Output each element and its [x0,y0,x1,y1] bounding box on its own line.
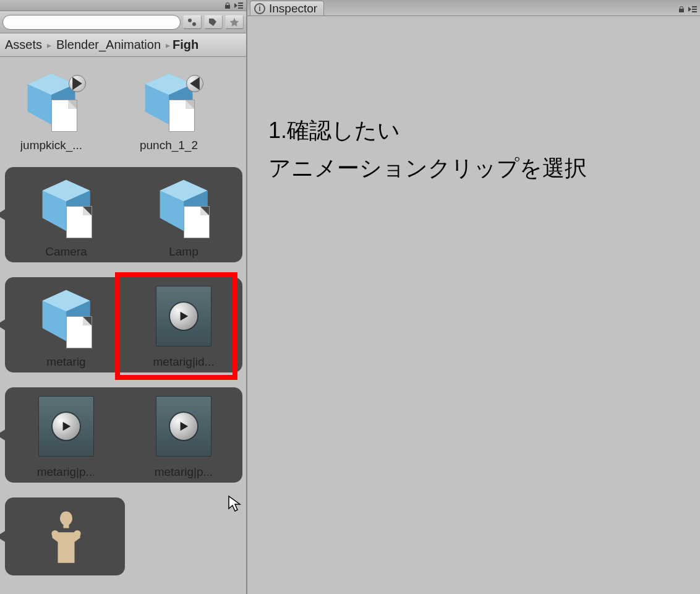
page-icon [51,100,77,132]
animation-clip-icon [156,286,211,346]
svg-point-23 [74,530,80,537]
breadcrumb-sep: ▸ [163,40,173,50]
asset-label: Camera [45,245,87,259]
svg-rect-21 [64,524,69,528]
type-filter-icon [187,17,198,27]
asset-group-capsule: metarig|p... metarig|p... [5,387,242,483]
asset-label: punch_1_2 [140,139,198,152]
inspector-header: i Inspector [247,0,700,16]
asset-jumpkick[interactable]: jumpkick_... [5,66,98,152]
info-icon: i [254,3,265,14]
breadcrumb-assets[interactable]: Assets [2,38,45,52]
lock-icon[interactable] [224,2,231,9]
asset-group-capsule [5,497,125,575]
asset-metarig-p-clip-1[interactable]: metarig|p... [20,392,113,479]
breadcrumb-folder[interactable]: Blender_Animation [54,38,163,52]
asset-metarig-idle-clip[interactable]: metarig|id... [137,282,230,369]
project-panel: Assets ▸ Blender_Animation ▸ Figh [0,0,247,594]
search-input[interactable] [2,15,181,30]
search-by-type-button[interactable] [183,15,202,29]
asset-group-capsule: Camera [5,167,242,262]
animation-clip-icon [38,396,94,457]
svg-point-20 [60,512,72,526]
play-badge-icon [69,75,86,92]
asset-camera[interactable]: Camera [20,172,113,259]
search-by-label-button[interactable] [204,15,223,29]
breadcrumb-sep: ▸ [45,40,54,50]
annotation-text: 1.確認したい アニメーションクリップを選択 [268,111,587,187]
page-icon [169,100,195,132]
project-toolbar [0,11,246,33]
play-badge-icon [186,75,203,92]
project-panel-header [0,0,246,11]
inspector-tab-label: Inspector [269,2,317,15]
page-icon [184,206,210,238]
annotation-line1: 1.確認したい [268,111,587,149]
favorites-button[interactable] [225,15,244,29]
svg-rect-24 [692,6,697,7]
asset-label: Lamp [169,245,198,259]
asset-label: metarig [46,355,85,369]
asset-lamp[interactable]: Lamp [137,172,230,259]
tag-icon [208,17,219,27]
panel-menu-icon[interactable] [234,2,244,9]
asset-label: metarig|id... [153,355,215,369]
asset-grid: jumpkick_... [0,57,246,594]
asset-label: metarig|p... [155,465,213,479]
panel-menu-icon[interactable] [688,4,698,15]
animation-clip-icon [156,396,211,457]
play-icon [170,413,197,440]
asset-metarig-p-clip-2[interactable]: metarig|p... [137,392,230,479]
svg-rect-0 [238,2,243,4]
avatar-icon [36,506,96,567]
play-icon [53,413,80,440]
page-icon [66,206,92,238]
star-icon [229,17,240,27]
svg-point-22 [51,530,58,537]
asset-metarig[interactable]: metarig [20,282,113,369]
lock-icon[interactable] [678,4,685,15]
play-icon [170,303,197,330]
svg-point-4 [192,22,196,26]
svg-rect-2 [238,7,243,9]
asset-label: jumpkick_... [20,139,82,152]
asset-group-capsule: metarig metarig|id... [5,277,242,372]
svg-point-3 [188,19,192,22]
breadcrumb-current[interactable]: Figh [173,38,198,52]
tab-inspector[interactable]: i Inspector [250,1,324,15]
page-icon [66,316,92,348]
svg-rect-25 [692,9,697,10]
annotation-line2: アニメーションクリップを選択 [268,149,587,187]
svg-rect-26 [692,11,697,12]
asset-avatar[interactable] [20,502,113,575]
svg-rect-1 [238,5,243,6]
inspector-body [247,16,700,594]
breadcrumb: Assets ▸ Blender_Animation ▸ Figh [0,33,246,57]
inspector-panel: i Inspector [247,0,700,594]
asset-punch[interactable]: punch_1_2 [122,66,215,152]
asset-label: metarig|p... [37,465,96,479]
